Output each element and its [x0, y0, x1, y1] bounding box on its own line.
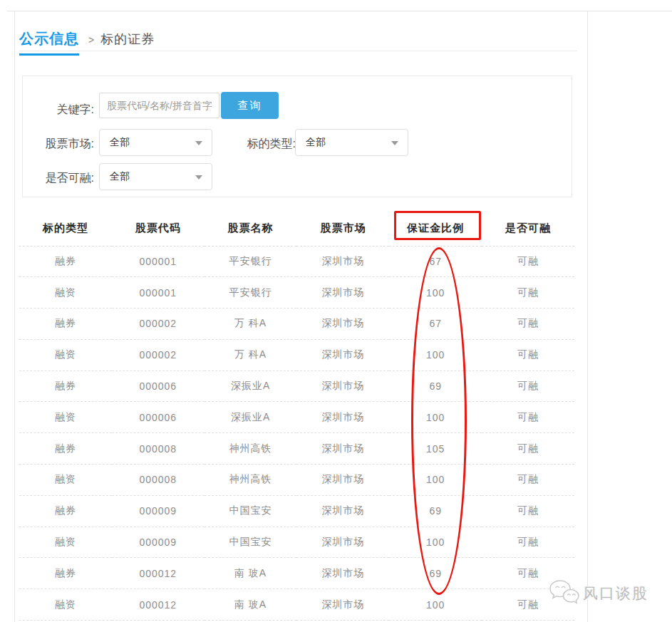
cell-stock-name: 深振业A — [205, 402, 297, 433]
securities-table: 标的类型 股票代码 股票名称 股票市场 保证金比例 是否可融 融券 000001… — [19, 211, 574, 621]
financeable-value: 全部 — [110, 170, 130, 183]
cell-target-type: 融券 — [19, 558, 112, 589]
cell-target-type: 融券 — [19, 309, 112, 340]
cell-financeable: 可融 — [482, 495, 574, 527]
panel-right-border — [587, 11, 588, 622]
stock-market-label: 股票市场: — [23, 137, 94, 152]
table-row: 融资 000006 深振业A 深圳市场 100 可融 — [19, 402, 574, 433]
cell-stock-code: 000001 — [112, 277, 205, 309]
cell-target-type: 融资 — [19, 339, 112, 370]
table-row: 融资 000001 平安银行 深圳市场 100 可融 — [19, 277, 574, 309]
chevron-down-icon — [391, 141, 398, 145]
cell-stock-code: 000006 — [112, 402, 205, 433]
cell-margin-ratio: 100 — [389, 277, 482, 309]
cell-stock-name: 神州高铁 — [205, 433, 297, 465]
table-row: 融资 000012 南 玻A 深圳市场 100 可融 — [19, 589, 574, 621]
cell-margin-ratio: 67 — [389, 309, 482, 340]
header-stock-name: 股票名称 — [205, 211, 297, 246]
cell-stock-code: 000006 — [112, 370, 205, 402]
cell-target-type: 融资 — [19, 465, 112, 496]
panel-top-border — [7, 11, 672, 11]
cell-financeable: 可融 — [482, 527, 574, 558]
cell-financeable: 可融 — [482, 246, 574, 277]
cell-stock-name: 深振业A — [205, 370, 297, 402]
cell-target-type: 融资 — [19, 589, 112, 621]
cell-target-type: 融券 — [19, 246, 112, 277]
cell-stock-code: 000012 — [112, 558, 205, 589]
cell-stock-market: 深圳市场 — [296, 527, 389, 558]
cell-stock-code: 000009 — [112, 527, 205, 558]
cell-financeable: 可融 — [482, 309, 574, 340]
keyword-input[interactable] — [99, 93, 219, 118]
cell-target-type: 融资 — [19, 277, 112, 309]
public-info-page: 公示信息 > 标的证券 关键字: 查询 股票市场: 全部 标的类型: 全部 是否… — [0, 0, 672, 622]
table-row: 融券 000002 万 科A 深圳市场 67 可融 — [19, 309, 574, 340]
cell-stock-code: 000008 — [112, 433, 205, 465]
cell-stock-market: 深圳市场 — [296, 495, 389, 527]
breadcrumb: 公示信息 > 标的证券 — [19, 29, 155, 56]
cell-stock-market: 深圳市场 — [296, 339, 389, 370]
cell-margin-ratio: 69 — [389, 495, 482, 527]
cell-margin-ratio: 100 — [389, 527, 482, 558]
cell-stock-market: 深圳市场 — [296, 433, 389, 465]
panel-left-border — [14, 11, 15, 622]
cell-financeable: 可融 — [482, 277, 574, 309]
header-margin-ratio: 保证金比例 — [389, 211, 482, 246]
cell-margin-ratio: 100 — [389, 589, 482, 621]
cell-stock-code: 000001 — [112, 246, 205, 277]
cell-financeable: 可融 — [482, 370, 574, 402]
table-row: 融券 000009 中国宝安 深圳市场 69 可融 — [19, 495, 574, 527]
cell-stock-market: 深圳市场 — [296, 309, 389, 340]
table-header-row: 标的类型 股票代码 股票名称 股票市场 保证金比例 是否可融 — [19, 211, 574, 246]
cell-margin-ratio: 100 — [389, 465, 482, 496]
cell-stock-name: 中国宝安 — [205, 527, 297, 558]
breadcrumb-section-public-info[interactable]: 公示信息 — [19, 29, 79, 56]
stock-market-select[interactable]: 全部 — [99, 129, 212, 156]
chevron-down-icon — [195, 141, 202, 145]
watermark: 风口谈股 — [548, 577, 648, 610]
table-row: 融券 000006 深振业A 深圳市场 69 可融 — [19, 370, 574, 402]
financeable-select[interactable]: 全部 — [99, 163, 212, 190]
table-row: 融资 000009 中国宝安 深圳市场 100 可融 — [19, 527, 574, 558]
header-stock-code: 股票代码 — [112, 211, 205, 246]
header-financeable: 是否可融 — [482, 211, 574, 246]
cell-stock-market: 深圳市场 — [296, 558, 389, 589]
cell-stock-name: 平安银行 — [205, 246, 297, 277]
table-row: 融券 000008 神州高铁 深圳市场 105 可融 — [19, 433, 574, 465]
cell-target-type: 融资 — [19, 402, 112, 433]
stock-market-value: 全部 — [110, 136, 130, 149]
cell-target-type: 融券 — [19, 495, 112, 527]
cell-stock-name: 南 玻A — [205, 589, 297, 621]
wechat-chat-bubbles-icon — [548, 577, 581, 610]
cell-stock-name: 万 科A — [205, 309, 297, 340]
header-stock-market: 股票市场 — [296, 211, 389, 246]
cell-stock-code: 000009 — [112, 495, 205, 527]
search-button[interactable]: 查询 — [221, 92, 279, 119]
cell-stock-market: 深圳市场 — [296, 370, 389, 402]
cell-stock-code: 000012 — [112, 589, 205, 621]
breadcrumb-current-target-securities: 标的证券 — [100, 31, 155, 48]
table-row: 融资 000008 神州高铁 深圳市场 100 可融 — [19, 465, 574, 496]
breadcrumb-separator: > — [88, 34, 94, 46]
cell-margin-ratio: 105 — [389, 433, 482, 465]
watermark-text: 风口谈股 — [583, 584, 648, 603]
table-row: 融券 000001 平安银行 深圳市场 67 可融 — [19, 246, 574, 277]
cell-stock-name: 中国宝安 — [205, 495, 297, 527]
table-row: 融券 000012 南 玻A 深圳市场 69 可融 — [19, 558, 574, 589]
cell-stock-name: 神州高铁 — [205, 465, 297, 496]
cell-stock-market: 深圳市场 — [296, 277, 389, 309]
cell-margin-ratio: 100 — [389, 402, 482, 433]
cell-margin-ratio: 67 — [389, 246, 482, 277]
cell-target-type: 融券 — [19, 433, 112, 465]
cell-stock-code: 000002 — [112, 309, 205, 340]
target-type-select[interactable]: 全部 — [295, 129, 408, 156]
header-target-type: 标的类型 — [19, 211, 112, 246]
cell-margin-ratio: 69 — [389, 370, 482, 402]
cell-stock-name: 万 科A — [205, 339, 297, 370]
cell-stock-market: 深圳市场 — [296, 402, 389, 433]
cell-financeable: 可融 — [482, 339, 574, 370]
cell-stock-code: 000008 — [112, 465, 205, 496]
cell-stock-market: 深圳市场 — [296, 589, 389, 621]
cell-margin-ratio: 100 — [389, 339, 482, 370]
cell-stock-name: 南 玻A — [205, 558, 297, 589]
